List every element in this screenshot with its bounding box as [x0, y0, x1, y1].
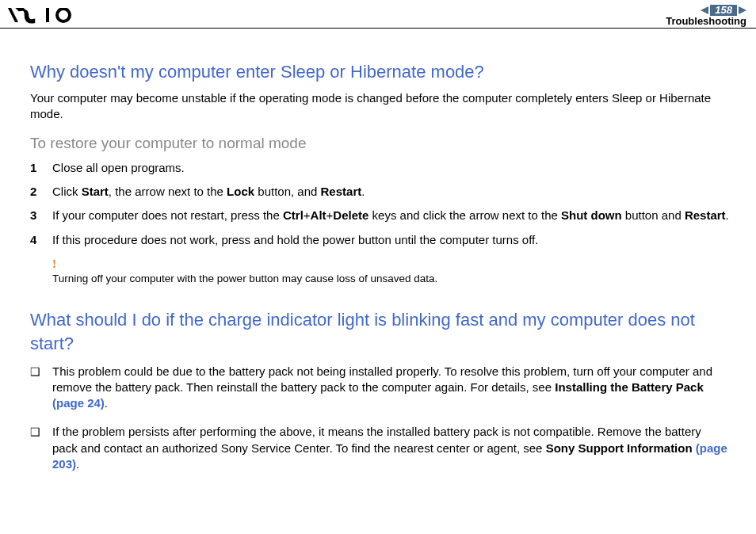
step-num: 2 [30, 184, 52, 200]
question-1-intro: Your computer may become unstable if the… [30, 90, 729, 123]
list-item: ❑ If the problem persists after performi… [30, 424, 729, 472]
content-area: Why doesn't my computer enter Sleep or H… [0, 29, 756, 472]
step-num: 1 [30, 160, 52, 176]
question-1-title: Why doesn't my computer enter Sleep or H… [30, 60, 729, 84]
step-num: 4 [30, 232, 52, 248]
bullet-text: This problem could be due to the battery… [52, 364, 729, 412]
question-2-bullets: ❑ This problem could be due to the batte… [30, 364, 729, 473]
step-3: 3 If your computer does not restart, pre… [30, 208, 729, 223]
section-label: Troubleshooting [666, 16, 746, 27]
svg-point-1 [57, 9, 70, 21]
step-text: Close all open programs. [52, 160, 729, 176]
list-item: ❑ This problem could be due to the batte… [30, 364, 729, 412]
svg-rect-0 [46, 8, 49, 22]
step-4: 4 If this procedure does not work, press… [30, 232, 729, 248]
warning-icon: ! [52, 256, 729, 272]
prev-page-icon[interactable] [701, 6, 708, 14]
question-1-subhead: To restore your computer to normal mode [30, 133, 729, 154]
bullet-icon: ❑ [30, 364, 52, 380]
question-2-title: What should I do if the charge indicator… [30, 308, 729, 355]
page-link[interactable]: (page 24) [52, 396, 105, 410]
page-number: 158 [710, 5, 737, 16]
warning-text: Turning off your computer with the power… [52, 272, 729, 286]
page-header: 158 Troubleshooting [0, 0, 756, 29]
step-num: 3 [30, 208, 52, 223]
restore-steps-list: 1 Close all open programs. 2 Click Start… [30, 160, 729, 248]
page-nav[interactable]: 158 [701, 5, 746, 16]
bullet-icon: ❑ [30, 424, 52, 440]
page-indicator: 158 Troubleshooting [666, 5, 746, 27]
step-text: If this procedure does not work, press a… [52, 232, 729, 248]
next-page-icon[interactable] [739, 6, 746, 14]
step-text: If your computer does not restart, press… [52, 208, 729, 223]
step-2: 2 Click Start, the arrow next to the Loc… [30, 184, 729, 200]
vaio-logo [8, 8, 81, 24]
step-text: Click Start, the arrow next to the Lock … [52, 184, 729, 200]
bullet-text: If the problem persists after performing… [52, 424, 729, 472]
step-1: 1 Close all open programs. [30, 160, 729, 176]
